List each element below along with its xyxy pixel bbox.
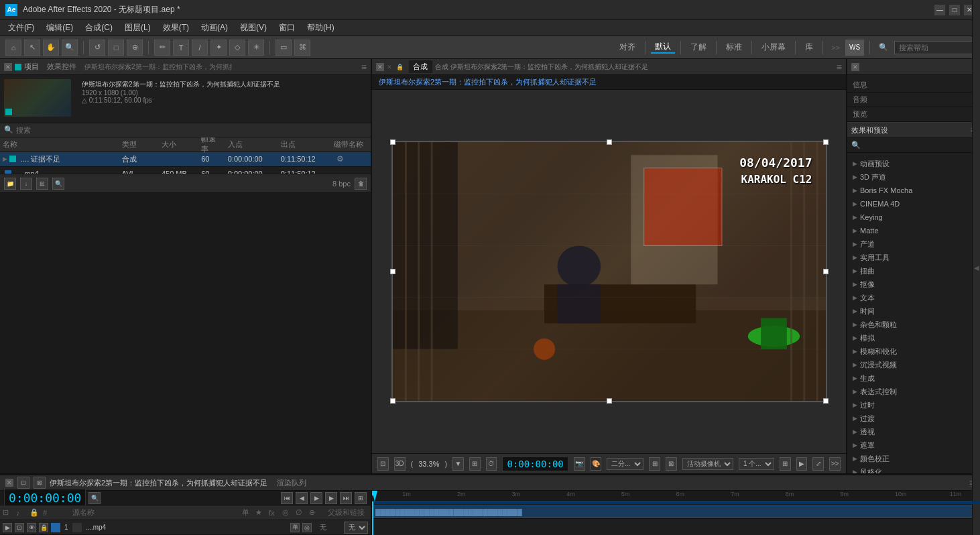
timeline-resize-handle[interactable]: ◀ <box>972 491 980 535</box>
track-solo-btn[interactable]: ⊡ <box>15 523 24 532</box>
effect-item-3d[interactable]: ▶ 3D 声道 <box>847 170 980 184</box>
row1-action-icon[interactable]: ⚙ <box>336 154 344 164</box>
effect-item-perspective[interactable]: ▶ 透视 <box>847 425 980 438</box>
track-keyframe-btn[interactable] <box>72 523 82 532</box>
select-btn[interactable]: ↖ <box>24 40 40 56</box>
handle-tr[interactable] <box>823 139 829 145</box>
timeline-tracks[interactable]: ▓▓▓▓▓▓▓▓▓▓▓▓▓▓▓▓▓▓▓▓▓▓▓▓▓▓▓▓▓▓ <box>372 501 980 535</box>
handle-tl[interactable] <box>390 139 395 145</box>
track-visible-btn[interactable]: 👁 <box>27 523 36 532</box>
menu-composition[interactable]: 合成(C) <box>80 21 118 35</box>
effect-item-matte[interactable]: ▶ Matte <box>847 224 980 237</box>
viewer-view-select[interactable]: 1 个... <box>739 458 774 470</box>
workspace-default[interactable]: 默认 <box>651 41 675 54</box>
timeline-track-1[interactable]: ▓▓▓▓▓▓▓▓▓▓▓▓▓▓▓▓▓▓▓▓▓▓▓▓▓▓▓▓▓▓ <box>372 504 980 519</box>
eraser-btn[interactable]: ◇ <box>229 40 245 56</box>
viewer-camera-icon[interactable]: 📷 <box>574 457 585 471</box>
help-search-input[interactable] <box>894 41 975 54</box>
viewer-timecode[interactable]: 0:00:00:00 <box>502 457 568 471</box>
effect-item-color[interactable]: ▶ 颜色校正 <box>847 452 980 465</box>
viewer-res2-btn[interactable]: ⊠ <box>666 457 677 471</box>
menu-file[interactable]: 文件(F) <box>3 21 40 35</box>
zoom-down-btn[interactable]: ▼ <box>452 457 464 471</box>
track-lock-btn2[interactable]: 🔒 <box>39 523 48 532</box>
handle-br[interactable] <box>823 398 829 404</box>
viewer-channel-select[interactable]: 二分... <box>607 458 644 470</box>
timeline-clip-1[interactable]: ▓▓▓▓▓▓▓▓▓▓▓▓▓▓▓▓▓▓▓▓▓▓▓▓▓▓▓▓▓▓ <box>372 506 980 518</box>
effect-item-generate[interactable]: ▶ 产道 <box>847 237 980 251</box>
pan-btn[interactable]: ⊕ <box>127 40 143 56</box>
viewer-time-btn[interactable]: ⏱ <box>486 457 497 471</box>
effect-item-distort[interactable]: ▶ 扭曲 <box>847 264 980 278</box>
menu-animation[interactable]: 动画(A) <box>196 21 233 35</box>
effect-item-generate2[interactable]: ▶ 生成 <box>847 371 980 385</box>
effect-item-boris[interactable]: ▶ Boris FX Mocha <box>847 184 980 197</box>
handle-mr[interactable] <box>823 269 829 274</box>
rotate-btn[interactable]: ↺ <box>89 40 105 56</box>
zoom-btn[interactable]: 🔍 <box>62 40 78 56</box>
viewer-grid-btn[interactable]: ⊞ <box>780 457 791 471</box>
timeline-solo-btn[interactable]: ⊡ <box>17 477 29 489</box>
effect-item-expression[interactable]: ▶ 表达式控制 <box>847 385 980 398</box>
import-btn[interactable]: ↓ <box>20 178 32 190</box>
shape-btn[interactable]: ▭ <box>275 40 292 56</box>
effect-item-noise[interactable]: ▶ 杂色和颗粒 <box>847 318 980 331</box>
tl-live-update[interactable]: ⊞ <box>355 492 367 504</box>
effect-item-utility[interactable]: ▶ 实用工具 <box>847 251 980 264</box>
handle-bc[interactable] <box>607 398 612 404</box>
effect-item-keying2[interactable]: ▶ 抠像 <box>847 278 980 291</box>
home-btn[interactable]: ⌂ <box>5 40 21 56</box>
project-search-input[interactable] <box>16 126 367 134</box>
effect-item-transition[interactable]: ▶ 过渡 <box>847 412 980 425</box>
handle-bl[interactable] <box>390 398 395 404</box>
preview-section[interactable]: 预览 <box>847 107 980 122</box>
menu-layer[interactable]: 图层(L) <box>119 21 156 35</box>
viewer-overflow-btn[interactable]: >> <box>829 457 841 471</box>
viewer-close-btn[interactable]: ✕ <box>376 63 384 71</box>
viewer-snap-btn[interactable]: ⊡ <box>377 457 389 471</box>
menu-edit[interactable]: 编辑(E) <box>41 21 78 35</box>
new-folder-btn[interactable]: 📁 <box>4 178 16 190</box>
handle-ml[interactable] <box>390 269 395 274</box>
workspace-library[interactable]: 库 <box>801 42 817 53</box>
viewer-toggle-btn[interactable]: ⊞ <box>469 457 481 471</box>
table-row[interactable]: ▶ .... 证据不足 合成 60 0:00:00:00 0:11:50:12 … <box>0 152 371 167</box>
render-queue-label[interactable]: 渲染队列 <box>277 478 306 488</box>
minimize-btn[interactable]: — <box>934 5 945 15</box>
puppet-btn[interactable]: ✳ <box>248 40 264 56</box>
effect-item-text[interactable]: ▶ 文本 <box>847 291 980 304</box>
camera-btn[interactable]: □ <box>108 40 124 56</box>
effect-item-simulation[interactable]: ▶ 模拟 <box>847 331 980 345</box>
viewer-pin-icon[interactable]: ✕ <box>387 64 392 70</box>
effect-item-blur[interactable]: ▶ 模糊和锐化 <box>847 345 980 358</box>
workspace-small[interactable]: 小屏幕 <box>757 42 790 53</box>
hand-btn[interactable]: ✋ <box>43 40 59 56</box>
timeline-ruler[interactable]: 1m 2m 3m 4m 5m 6m 7m 8m 9m 10m 11m <box>372 491 980 501</box>
viewer-render-btn[interactable]: ▶ <box>796 457 808 471</box>
search-btn[interactable]: 🔍 <box>52 178 64 190</box>
effects-search-input[interactable] <box>863 141 976 150</box>
window-controls[interactable]: — □ ✕ <box>934 5 975 15</box>
parent-select[interactable]: 无 <box>344 522 368 534</box>
track-switch1[interactable]: 单 <box>290 523 300 532</box>
tl-prev-frame[interactable]: ◀ <box>296 492 308 504</box>
viewer-color-btn[interactable]: 🎨 <box>591 457 602 471</box>
brush-btn[interactable]: / <box>192 40 208 56</box>
effect-item-c4d[interactable]: ▶ CINEMA 4D <box>847 197 980 211</box>
audio-section[interactable]: 音频 <box>847 93 980 107</box>
menu-help[interactable]: 帮助(H) <box>302 21 340 35</box>
workspace-more-icon[interactable]: >> <box>831 44 840 52</box>
effect-item-animation[interactable]: ▶ 动画预设 <box>847 157 980 170</box>
workspace-learn[interactable]: 了解 <box>686 42 711 53</box>
comp-tab[interactable]: 伊斯坦布尔探索2第一期：监控拍下凶杀，为何抓捕犯人却 <box>84 62 232 72</box>
timeline-close-btn[interactable]: ✕ <box>5 479 13 487</box>
timeline-lock-btn[interactable]: ⊠ <box>34 477 46 489</box>
tl-search-btn[interactable]: 🔍 <box>88 492 101 504</box>
delete-btn[interactable]: 🗑 <box>355 178 367 190</box>
pen-btn[interactable]: ✏ <box>154 40 170 56</box>
new-comp-btn[interactable]: ⊞ <box>36 178 48 190</box>
restore-btn[interactable]: □ <box>949 5 960 15</box>
table-row[interactable]: ....mp4 AVI 450 MB 60 0:00:00:00 0:11:50… <box>0 167 371 174</box>
tl-goto-out[interactable]: ⏭ <box>340 492 352 504</box>
viewer-3d-btn[interactable]: 3D <box>394 457 406 471</box>
